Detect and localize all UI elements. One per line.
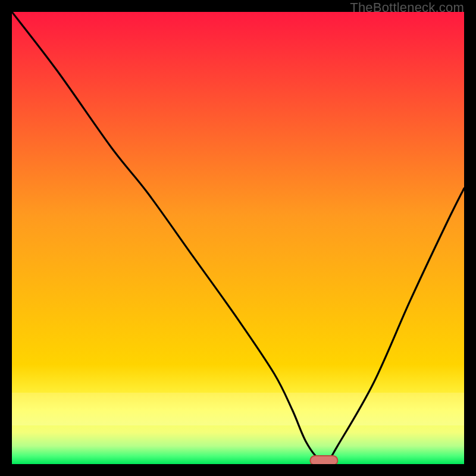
chart-frame: TheBottleneck.com	[0, 0, 476, 476]
chart-svg	[12, 12, 464, 464]
optimal-marker	[310, 456, 337, 464]
plot-area	[12, 12, 464, 464]
pale-band	[12, 393, 464, 425]
